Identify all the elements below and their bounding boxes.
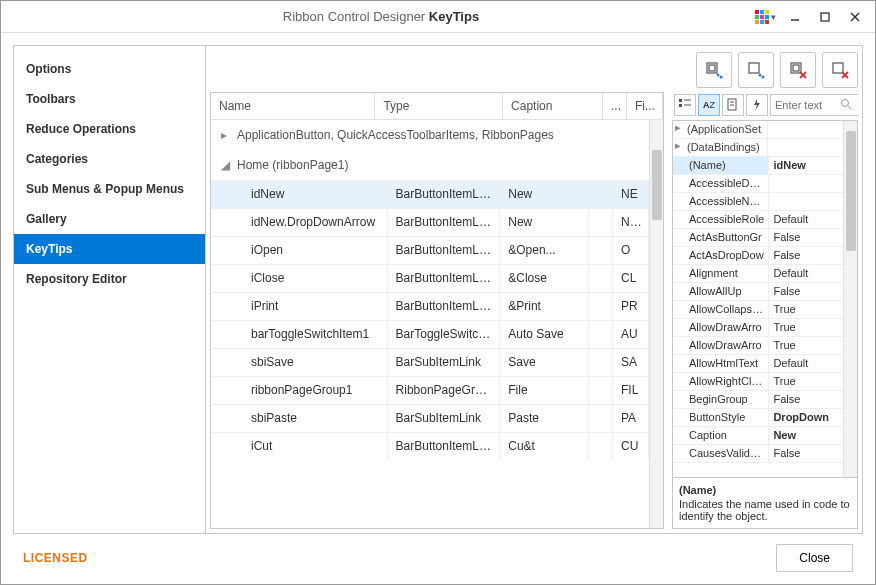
collapse-all-button[interactable] <box>738 52 774 88</box>
table-row[interactable]: idNew.DropDownArrowBarButtonItemLinkNewN… <box>211 208 649 236</box>
sidebar-item[interactable]: Categories <box>14 144 205 174</box>
expand-icon[interactable]: ▸ <box>675 121 685 134</box>
property-row[interactable]: AllowCollapseIrTrue <box>673 301 843 319</box>
property-row[interactable]: ▸(DataBindings) <box>673 139 843 157</box>
property-value[interactable] <box>769 193 843 210</box>
remove-button[interactable] <box>780 52 816 88</box>
property-value[interactable]: True <box>769 301 843 318</box>
property-value[interactable]: False <box>769 283 843 300</box>
property-value[interactable]: idNew <box>769 157 843 174</box>
collapse-icon[interactable]: ◢ <box>221 158 231 172</box>
minimize-button[interactable] <box>783 8 807 26</box>
cell-dots <box>589 377 613 404</box>
table-row[interactable]: iCloseBarButtonItemLink&CloseCL <box>211 264 649 292</box>
col-type-header[interactable]: Type <box>375 93 503 119</box>
property-value[interactable] <box>768 139 843 156</box>
table-scrollbar[interactable] <box>649 120 663 528</box>
group-expanded-row[interactable]: ◢ Home (ribbonPage1) <box>211 150 649 180</box>
close-window-button[interactable] <box>843 8 867 26</box>
sidebar-item[interactable]: Gallery <box>14 204 205 234</box>
sidebar-item[interactable]: Repository Editor <box>14 264 205 294</box>
property-row[interactable]: AlignmentDefault <box>673 265 843 283</box>
categorized-button[interactable] <box>674 94 696 116</box>
property-row[interactable]: AccessibleRoleDefault <box>673 211 843 229</box>
table-row[interactable]: barToggleSwitchItem1BarToggleSwitchIte..… <box>211 320 649 348</box>
col-name-header[interactable]: Name <box>211 93 375 119</box>
property-value[interactable]: True <box>769 337 843 354</box>
property-value[interactable]: True <box>769 319 843 336</box>
main-panel: Name Type Caption ... Fi... ▸ Applicatio… <box>206 46 862 533</box>
svg-rect-5 <box>709 65 715 71</box>
expand-icon[interactable]: ▸ <box>221 128 231 142</box>
property-value[interactable]: False <box>769 229 843 246</box>
property-row[interactable]: AllowRightClickTrue <box>673 373 843 391</box>
close-button[interactable]: Close <box>776 544 853 572</box>
property-value[interactable] <box>768 121 843 138</box>
property-value[interactable]: True <box>769 373 843 390</box>
property-grid[interactable]: ▸(ApplicationSet▸(DataBindings)(Name)idN… <box>672 120 858 478</box>
alphabetical-button[interactable]: AZ <box>698 94 720 116</box>
property-row[interactable]: ▸(ApplicationSet <box>673 121 843 139</box>
property-value[interactable]: Default <box>769 355 843 372</box>
maximize-button[interactable] <box>813 8 837 26</box>
property-row[interactable]: CausesValidaticFalse <box>673 445 843 463</box>
remove-single-button[interactable] <box>822 52 858 88</box>
property-row[interactable]: AccessibleDesc <box>673 175 843 193</box>
cell-caption: Auto Save <box>500 321 589 348</box>
property-value[interactable]: New <box>769 427 843 444</box>
property-value[interactable] <box>769 175 843 192</box>
table-row[interactable]: idNewBarButtonItemLinkNewNE <box>211 180 649 208</box>
col-fi-header[interactable]: Fi... <box>627 93 663 119</box>
sidebar-item[interactable]: KeyTips <box>14 234 205 264</box>
property-row[interactable]: AllowDrawArroTrue <box>673 337 843 355</box>
cell-dots <box>589 349 613 376</box>
sidebar-item[interactable]: Toolbars <box>14 84 205 114</box>
cell-fi: AU <box>613 321 649 348</box>
sidebar-item[interactable]: Reduce Operations <box>14 114 205 144</box>
property-value[interactable]: False <box>769 247 843 264</box>
group-collapsed-row[interactable]: ▸ ApplicationButton, QuickAccessToolbarI… <box>211 120 649 150</box>
cell-caption: New <box>500 209 589 236</box>
property-key: AllowRightClick <box>673 373 769 390</box>
table-row[interactable]: sbiSaveBarSubItemLinkSaveSA <box>211 348 649 376</box>
property-row[interactable]: AllowAllUpFalse <box>673 283 843 301</box>
table-row[interactable]: ribbonPageGroup1RibbonPageGroupFileFIL <box>211 376 649 404</box>
property-scrollbar[interactable] <box>843 121 857 477</box>
property-row[interactable]: AllowDrawArroTrue <box>673 319 843 337</box>
property-row[interactable]: AccessibleName <box>673 193 843 211</box>
cell-dots <box>589 433 613 460</box>
svg-line-26 <box>848 106 851 109</box>
svg-rect-18 <box>679 99 682 102</box>
property-row[interactable]: ActAsDropDowFalse <box>673 247 843 265</box>
property-value[interactable]: Default <box>769 265 843 282</box>
property-row[interactable]: ButtonStyleDropDown <box>673 409 843 427</box>
property-row[interactable]: BeginGroupFalse <box>673 391 843 409</box>
cell-dots <box>589 209 613 236</box>
property-value[interactable]: Default <box>769 211 843 228</box>
property-value[interactable]: False <box>769 445 843 462</box>
property-row[interactable]: ActAsButtonGrFalse <box>673 229 843 247</box>
cell-type: BarButtonItemLink <box>388 265 501 292</box>
property-value[interactable]: False <box>769 391 843 408</box>
table-row[interactable]: iCutBarButtonItemLinkCu&tCU <box>211 432 649 460</box>
col-caption-header[interactable]: Caption <box>503 93 603 119</box>
cell-fi: FIL <box>613 377 649 404</box>
cell-caption: &Close <box>500 265 589 292</box>
expand-all-button[interactable] <box>696 52 732 88</box>
col-dots-header[interactable]: ... <box>603 93 627 119</box>
property-value[interactable]: DropDown <box>769 409 843 426</box>
palette-icon[interactable]: ▾ <box>753 8 777 26</box>
table-row[interactable]: sbiPasteBarSubItemLinkPastePA <box>211 404 649 432</box>
property-row[interactable]: AllowHtmlTextDefault <box>673 355 843 373</box>
sidebar-item[interactable]: Sub Menus & Popup Menus <box>14 174 205 204</box>
table-row[interactable]: iPrintBarButtonItemLink&PrintPR <box>211 292 649 320</box>
cell-fi: PA <box>613 405 649 432</box>
table-body[interactable]: ▸ ApplicationButton, QuickAccessToolbarI… <box>211 120 649 528</box>
property-row[interactable]: CaptionNew <box>673 427 843 445</box>
property-pages-button[interactable] <box>722 94 744 116</box>
sidebar-item[interactable]: Options <box>14 54 205 84</box>
table-row[interactable]: iOpenBarButtonItemLink&Open...O <box>211 236 649 264</box>
events-button[interactable] <box>746 94 768 116</box>
property-row[interactable]: (Name)idNew <box>673 157 843 175</box>
expand-icon[interactable]: ▸ <box>675 139 685 152</box>
